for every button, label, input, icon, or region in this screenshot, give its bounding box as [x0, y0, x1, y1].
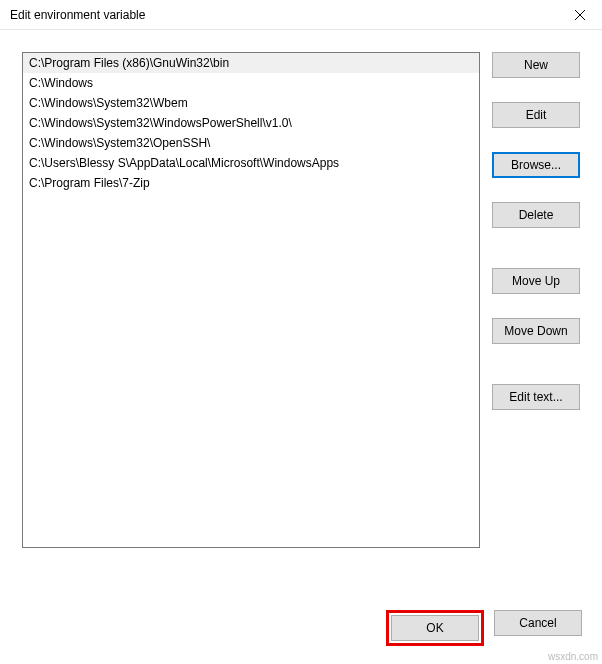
list-item[interactable]: C:\Windows\System32\WindowsPowerShell\v1… [23, 113, 479, 133]
move-down-button[interactable]: Move Down [492, 318, 580, 344]
close-button[interactable] [557, 0, 602, 30]
ok-highlight: OK [386, 610, 484, 646]
move-up-button[interactable]: Move Up [492, 268, 580, 294]
path-listbox[interactable]: C:\Program Files (x86)\GnuWin32\bin C:\W… [22, 52, 480, 548]
edit-button[interactable]: Edit [492, 102, 580, 128]
bottom-row: OK Cancel [22, 610, 582, 646]
list-item[interactable]: C:\Windows [23, 73, 479, 93]
new-button[interactable]: New [492, 52, 580, 78]
dialog-content: C:\Program Files (x86)\GnuWin32\bin C:\W… [0, 30, 602, 664]
ok-button[interactable]: OK [391, 615, 479, 641]
list-item[interactable]: C:\Program Files (x86)\GnuWin32\bin [23, 53, 479, 73]
edit-text-button[interactable]: Edit text... [492, 384, 580, 410]
titlebar: Edit environment variable [0, 0, 602, 30]
list-item[interactable]: C:\Windows\System32\OpenSSH\ [23, 133, 479, 153]
window-title: Edit environment variable [10, 8, 557, 22]
list-item[interactable]: C:\Program Files\7-Zip [23, 173, 479, 193]
list-item[interactable]: C:\Users\Blessy S\AppData\Local\Microsof… [23, 153, 479, 173]
close-icon [575, 10, 585, 20]
side-buttons: New Edit Browse... Delete Move Up Move D… [492, 52, 582, 582]
list-item[interactable]: C:\Windows\System32\Wbem [23, 93, 479, 113]
main-row: C:\Program Files (x86)\GnuWin32\bin C:\W… [22, 52, 582, 582]
cancel-button[interactable]: Cancel [494, 610, 582, 636]
browse-button[interactable]: Browse... [492, 152, 580, 178]
delete-button[interactable]: Delete [492, 202, 580, 228]
